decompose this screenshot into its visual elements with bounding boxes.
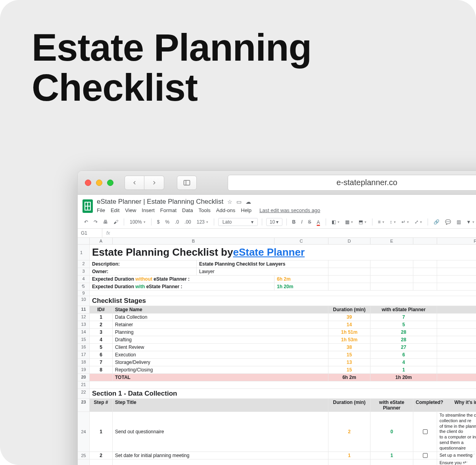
paint-format-button[interactable]: 🖌 bbox=[112, 218, 120, 226]
sheet-title-pre: Estate Planning Checklist by bbox=[92, 246, 233, 258]
chevron-left-icon bbox=[132, 180, 137, 186]
menu-edit[interactable]: Edit bbox=[111, 207, 119, 213]
spreadsheet-grid[interactable]: A B C D E F 1 Estate Planning Checklist … bbox=[78, 238, 476, 465]
menu-file[interactable]: File bbox=[97, 207, 105, 213]
forward-button[interactable] bbox=[144, 176, 164, 190]
star-icon[interactable]: ☆ bbox=[227, 199, 232, 205]
address-text: e-stateplanner.co bbox=[336, 178, 397, 187]
menu-tools[interactable]: Tools bbox=[198, 207, 210, 213]
table-row: 176Execution156 bbox=[78, 351, 476, 359]
row-20-total: 20 TOTAL 6h 2m 1h 20m bbox=[78, 374, 476, 381]
row-2: 2 Description: Estate Planning Checklist… bbox=[78, 260, 476, 268]
close-icon[interactable] bbox=[85, 180, 91, 186]
row-21: 21 bbox=[78, 381, 476, 389]
back-button[interactable] bbox=[125, 176, 144, 190]
font-select[interactable]: Lato▾ bbox=[218, 218, 258, 226]
row-4: 4 Expected Duration without eState Plann… bbox=[78, 276, 476, 283]
number-format-button[interactable]: 123 bbox=[195, 218, 210, 226]
link-button[interactable]: 🔗 bbox=[432, 218, 441, 226]
table-row: 263Monitor status of completion of quest… bbox=[78, 459, 476, 465]
comment-button[interactable]: 💬 bbox=[443, 218, 453, 226]
sidebar-toggle-button[interactable] bbox=[177, 176, 197, 190]
traffic-lights bbox=[85, 180, 113, 186]
rotate-button[interactable]: ⤢ bbox=[413, 218, 424, 226]
strike-button[interactable]: S bbox=[307, 218, 313, 226]
browser-window: e-stateplanner.co eState Planner | Estat… bbox=[77, 170, 476, 465]
fill-color-button[interactable]: ◧ bbox=[330, 218, 341, 226]
col-f[interactable]: F bbox=[437, 238, 476, 245]
redo-button[interactable]: ↷ bbox=[92, 218, 99, 226]
font-size-select[interactable]: 10 ▾ bbox=[266, 218, 282, 226]
column-headers: A B C D E F bbox=[78, 238, 476, 245]
sidebar-icon bbox=[182, 179, 191, 186]
italic-button[interactable]: I bbox=[299, 218, 304, 226]
merge-button[interactable]: ⬒ bbox=[357, 218, 368, 226]
percent-button[interactable]: % bbox=[163, 218, 171, 226]
table-row: 252Set date for initial planning meeting… bbox=[78, 452, 476, 459]
sheet-title-link[interactable]: eState Planner bbox=[233, 246, 305, 258]
fx-label: fx bbox=[102, 229, 114, 237]
row-3: 3 Owner: Lawyer bbox=[78, 268, 476, 276]
table-row: 241Send out questionnaire20To streamline… bbox=[78, 412, 476, 452]
table-row: 143Planning1h 51m28 bbox=[78, 329, 476, 336]
wrap-button[interactable]: ↵ bbox=[400, 218, 411, 226]
checkbox-icon[interactable] bbox=[423, 453, 428, 458]
menu-help[interactable]: Help bbox=[241, 207, 251, 213]
filter-button[interactable]: ▼ bbox=[465, 218, 476, 226]
formula-bar: G1 fx bbox=[78, 229, 476, 238]
sheets-icon[interactable] bbox=[83, 199, 93, 213]
bold-button[interactable]: B bbox=[291, 218, 298, 226]
row-22: 22 Section 1 - Data Collection bbox=[78, 389, 476, 399]
currency-button[interactable]: $ bbox=[155, 218, 161, 226]
address-bar[interactable]: e-stateplanner.co bbox=[228, 175, 476, 191]
col-b[interactable]: B bbox=[113, 238, 274, 245]
doc-header: eState Planner | Estate Planning Checkli… bbox=[78, 195, 476, 213]
nav-buttons bbox=[125, 176, 164, 190]
col-e[interactable]: E bbox=[370, 238, 413, 245]
hero-line-2: Checklist bbox=[32, 66, 198, 109]
sheets-app: eState Planner | Estate Planning Checkli… bbox=[78, 195, 476, 465]
row-9: 9 bbox=[78, 291, 476, 296]
table-row: 132Retainer145 bbox=[78, 321, 476, 329]
row-10: 10 Checklist Stages bbox=[78, 296, 476, 306]
menu-view[interactable]: View bbox=[125, 207, 136, 213]
undo-button[interactable]: ↶ bbox=[83, 218, 90, 226]
checkbox-icon[interactable] bbox=[423, 429, 428, 434]
table-row: 154Drafting1h 53m28 bbox=[78, 336, 476, 344]
col-d[interactable]: D bbox=[328, 238, 370, 245]
card-container: Estate Planning Checklist bbox=[0, 0, 476, 465]
table-row: 187Storage/Delivery134 bbox=[78, 359, 476, 366]
menu-insert[interactable]: Insert bbox=[142, 207, 155, 213]
chart-button[interactable]: ▥ bbox=[455, 218, 463, 226]
minimize-icon[interactable] bbox=[96, 180, 102, 186]
valign-button[interactable]: ↕ bbox=[388, 218, 397, 226]
col-c[interactable]: C bbox=[274, 238, 328, 245]
browser-chrome: e-stateplanner.co bbox=[78, 171, 476, 195]
table-row: 165Client Review3827 bbox=[78, 344, 476, 351]
toolbar: ↶ ↷ 🖶 🖌 100% $ % .0 .00 123 Lato▾ 10 ▾ B… bbox=[78, 216, 476, 229]
table-row: 121Data Collection397 bbox=[78, 314, 476, 321]
table-row: 198Reporting/Closing151 bbox=[78, 366, 476, 374]
cloud-icon[interactable]: ☁ bbox=[246, 199, 251, 205]
row-11-header: 11 ID# Stage Name Duration (min) with eS… bbox=[78, 306, 476, 314]
menu-data[interactable]: Data bbox=[182, 207, 193, 213]
col-a[interactable]: A bbox=[90, 238, 113, 245]
print-button[interactable]: 🖶 bbox=[102, 218, 109, 226]
zoom-select[interactable]: 100% bbox=[128, 218, 147, 226]
menubar: File Edit View Insert Format Data Tools … bbox=[97, 207, 320, 213]
move-icon[interactable]: ▭ bbox=[236, 199, 242, 205]
hero-line-1: Estate Planning bbox=[32, 26, 311, 69]
last-edit[interactable]: Last edit was seconds ago bbox=[259, 207, 320, 213]
menu-format[interactable]: Format bbox=[160, 207, 177, 213]
svg-rect-0 bbox=[184, 180, 190, 185]
zoom-icon[interactable] bbox=[107, 180, 113, 186]
borders-button[interactable]: ▦ bbox=[344, 218, 355, 226]
text-color-button[interactable]: A bbox=[315, 219, 322, 226]
halign-button[interactable]: ≡ bbox=[376, 218, 386, 226]
menu-addons[interactable]: Add-ons bbox=[216, 207, 235, 213]
name-box[interactable]: G1 bbox=[78, 229, 102, 237]
dec-increase-button[interactable]: .00 bbox=[183, 218, 193, 226]
doc-title[interactable]: eState Planner | Estate Planning Checkli… bbox=[97, 198, 223, 206]
row-5: 5 Expected Duration with eState Planner … bbox=[78, 283, 476, 291]
dec-decrease-button[interactable]: .0 bbox=[173, 218, 180, 226]
